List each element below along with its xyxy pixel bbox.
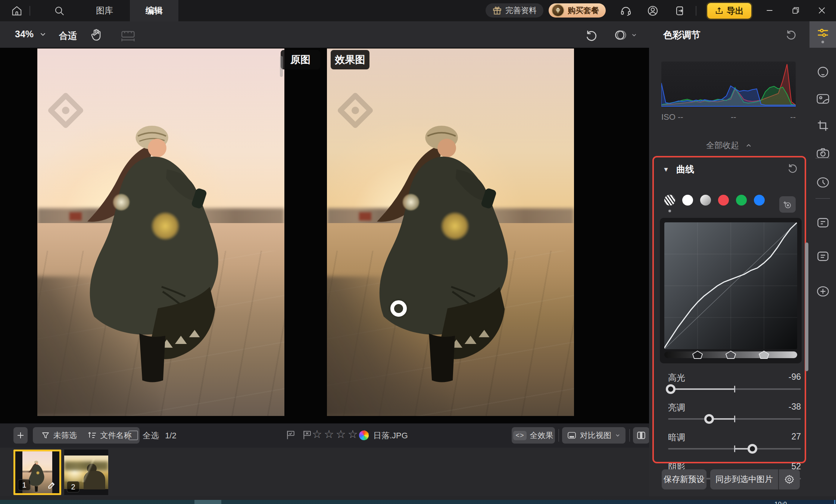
home-button[interactable] bbox=[10, 4, 24, 18]
support-button[interactable] bbox=[619, 4, 633, 18]
curves-title: 曲线 bbox=[676, 163, 694, 175]
slider-knob[interactable] bbox=[704, 414, 714, 424]
tool-info-panel[interactable] bbox=[810, 209, 836, 236]
curves-reset-button[interactable] bbox=[787, 162, 799, 174]
curve-gradient-strip bbox=[664, 351, 797, 358]
star-icon[interactable]: ☆ bbox=[336, 429, 346, 440]
original-image[interactable] bbox=[37, 48, 284, 416]
search-button[interactable] bbox=[52, 4, 66, 18]
star-icon[interactable]: ☆ bbox=[312, 429, 322, 440]
original-view-label: 原图 bbox=[281, 50, 320, 69]
sync-button[interactable]: 同步到选中图片 bbox=[710, 469, 778, 489]
adjust-slider-row: 高光-96 bbox=[668, 372, 801, 396]
undo-button[interactable] bbox=[584, 28, 599, 42]
compare-view-button[interactable]: 对比视图 bbox=[562, 427, 626, 444]
curves-header[interactable]: ▼ 曲线 bbox=[663, 163, 799, 177]
tab-edit[interactable]: 编辑 bbox=[130, 0, 178, 21]
account-button[interactable] bbox=[646, 4, 660, 18]
collapse-all-button[interactable]: 全部收起 bbox=[649, 140, 810, 151]
channel-green-button[interactable] bbox=[736, 195, 747, 206]
select-all-checkbox[interactable] bbox=[128, 431, 138, 440]
sidebar-divider-2 bbox=[815, 198, 830, 199]
flag-reject-icon[interactable] bbox=[302, 429, 313, 441]
complete-profile-label: 完善资料 bbox=[505, 5, 537, 16]
color-adjust-panel: 色彩调节 ISO -- -- -- 全部收起 ▼ 曲线 bbox=[649, 21, 810, 504]
taskbar-active-app[interactable] bbox=[194, 500, 221, 504]
taskbar-show-desktop[interactable] bbox=[834, 500, 835, 504]
tool-history[interactable] bbox=[810, 169, 836, 195]
split-view-icon bbox=[636, 431, 646, 440]
active-tool-dot bbox=[821, 41, 824, 43]
thumbnail-1[interactable]: 1 bbox=[13, 450, 61, 495]
edited-pencil-icon bbox=[47, 480, 56, 490]
compare-original-button[interactable] bbox=[614, 28, 637, 42]
curve-range-handle-2[interactable] bbox=[725, 350, 736, 359]
all-effects-button[interactable]: <> 全效果 bbox=[512, 427, 555, 444]
filmstrip: 1 2 bbox=[0, 448, 649, 500]
logout-button[interactable] bbox=[673, 4, 687, 18]
zoom-control[interactable]: 34% bbox=[15, 29, 47, 40]
channel-luma-button[interactable] bbox=[682, 195, 693, 206]
tool-camera[interactable] bbox=[810, 140, 836, 166]
hand-tool-button[interactable] bbox=[89, 27, 104, 42]
filter-button[interactable]: 未筛选 bbox=[33, 427, 85, 444]
sync-settings-button[interactable] bbox=[779, 469, 800, 489]
channel-gray-button[interactable] bbox=[700, 195, 711, 206]
panel-title: 色彩调节 bbox=[663, 29, 701, 41]
filter-funnel-icon bbox=[41, 431, 50, 440]
channel-red-button[interactable] bbox=[718, 195, 729, 206]
tool-add-panel[interactable] bbox=[810, 278, 836, 304]
panel-reset-button[interactable] bbox=[785, 28, 798, 41]
star-icon[interactable]: ☆ bbox=[348, 429, 358, 440]
slider-knob[interactable] bbox=[666, 384, 676, 394]
reset-icon bbox=[787, 162, 799, 174]
channel-blue-button[interactable] bbox=[754, 195, 765, 206]
chevron-up-icon bbox=[745, 142, 752, 149]
fit-button[interactable]: 合适 bbox=[59, 30, 77, 42]
curve-range-handle-3[interactable] bbox=[758, 350, 770, 359]
close-button[interactable] bbox=[814, 3, 829, 18]
effect-image[interactable] bbox=[327, 48, 574, 416]
tool-background[interactable] bbox=[810, 85, 836, 112]
tool-crop[interactable] bbox=[810, 112, 836, 139]
thumbnail-2[interactable]: 2 bbox=[64, 450, 108, 495]
save-preset-button[interactable]: 保存新预设 bbox=[662, 469, 706, 489]
restore-button[interactable] bbox=[788, 3, 803, 18]
panel-scrollbar[interactable] bbox=[805, 242, 808, 371]
lens-flare-small bbox=[113, 194, 130, 211]
tools-sidebar bbox=[810, 21, 836, 504]
sidebar-divider bbox=[815, 158, 830, 159]
complete-profile-button[interactable]: 完善资料 bbox=[486, 3, 543, 18]
pane-scrollbar[interactable] bbox=[280, 56, 283, 77]
target-point-marker[interactable] bbox=[390, 300, 407, 317]
star-icon[interactable]: ☆ bbox=[324, 429, 334, 440]
histogram-chart bbox=[661, 62, 796, 107]
title-bar: 图库 编辑 完善资料 购买套餐 bbox=[0, 0, 836, 21]
tool-adjustments[interactable] bbox=[810, 21, 836, 48]
curve-range-handle-1[interactable] bbox=[692, 350, 703, 359]
channel-all-button[interactable] bbox=[664, 195, 675, 206]
buy-package-button[interactable]: 购买套餐 bbox=[549, 3, 606, 18]
tool-portrait[interactable] bbox=[810, 59, 836, 85]
home-icon bbox=[11, 5, 22, 16]
tab-gallery[interactable]: 图库 bbox=[83, 0, 126, 21]
add-photo-button[interactable] bbox=[13, 427, 28, 444]
color-label-button[interactable] bbox=[359, 431, 369, 440]
chevron-down-icon bbox=[615, 432, 621, 438]
flag-pick-icon[interactable] bbox=[285, 429, 296, 441]
minimize-button[interactable] bbox=[762, 3, 777, 18]
watermark-logo bbox=[48, 93, 84, 128]
export-button[interactable]: 导出 bbox=[707, 3, 751, 19]
tool-metadata-panel[interactable] bbox=[810, 243, 836, 269]
targeted-adjustment-button[interactable] bbox=[779, 196, 796, 213]
note-panel-icon bbox=[816, 217, 830, 229]
logout-icon bbox=[674, 5, 686, 17]
note-panel-icon-2 bbox=[816, 250, 830, 262]
slider-label: 高光 bbox=[668, 372, 685, 384]
plus-circle-icon bbox=[816, 285, 830, 298]
tone-curve-editor[interactable] bbox=[660, 218, 802, 363]
split-view-button[interactable] bbox=[633, 427, 649, 444]
filmstrip-toggle-button[interactable] bbox=[120, 29, 136, 42]
lens-flare-large bbox=[151, 212, 180, 240]
slider-knob[interactable] bbox=[748, 444, 757, 454]
